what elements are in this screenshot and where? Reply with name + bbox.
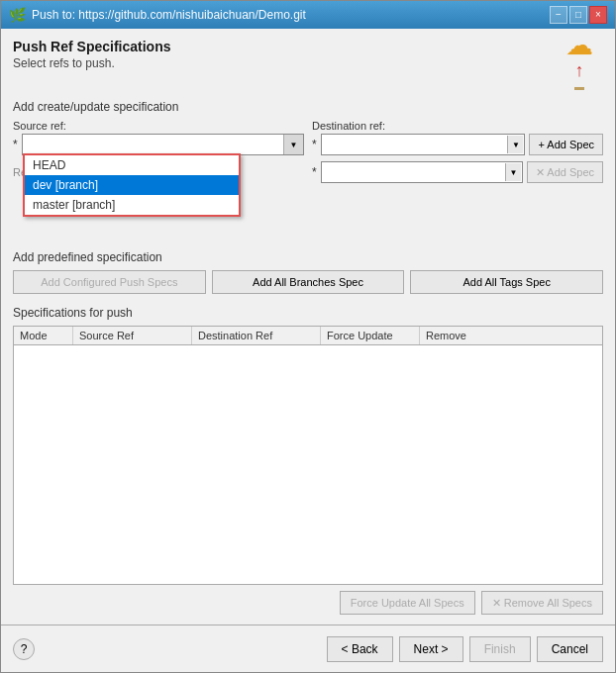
arrow-up-icon: ↑ (575, 61, 584, 79)
specs-footer: Force Update All Specs ✕ Remove All Spec… (13, 591, 603, 615)
close-button[interactable]: × (589, 6, 607, 24)
app-icon: 🌿 (9, 7, 26, 23)
remove-field-row: * ▼ ✕ Add Spec (312, 161, 603, 183)
next-button[interactable]: Next > (399, 636, 463, 662)
ref-row: Source ref: * ▼ Destination ref: * (13, 120, 603, 155)
source-input-box[interactable]: ▼ (22, 134, 304, 155)
cloud-icon: ☁ (565, 32, 593, 59)
col-source-ref: Source Ref (73, 327, 192, 344)
page-header: Push Ref Specifications Select refs to p… (13, 39, 603, 92)
title-bar-controls: − □ × (550, 6, 607, 24)
add-spec2-button[interactable]: ✕ Add Spec (527, 161, 603, 183)
main-window: 🌿 Push to: https://github.com/nishuibaic… (0, 0, 616, 673)
window-body: Push Ref Specifications Select refs to p… (1, 29, 615, 625)
bottom-left: ? (13, 638, 35, 660)
predefined-buttons: Add Configured Push Specs Add All Branch… (13, 270, 603, 294)
source-ref-label: Source ref: (13, 120, 304, 132)
window-title: Push to: https://github.com/nishuibaichu… (32, 8, 306, 22)
dest-field-row: * ▼ + Add Spec (312, 134, 603, 155)
dest-select-wrapper: ▼ (321, 134, 526, 155)
source-ref-group: Source ref: * ▼ (13, 120, 304, 155)
dropdown-item-head[interactable]: HEAD (25, 155, 239, 175)
add-spec-button[interactable]: + Add Spec (529, 134, 603, 155)
bottom-right: < Back Next > Finish Cancel (327, 636, 603, 662)
col-mode: Mode (14, 327, 73, 344)
add-all-tags-spec-button[interactable]: Add All Tags Spec (410, 270, 603, 294)
minimize-button[interactable]: − (550, 6, 567, 24)
remove-ref-select[interactable] (321, 161, 523, 183)
source-asterisk: * (13, 138, 18, 151)
dropdown-item-dev[interactable]: dev [branch] (25, 175, 239, 195)
remove-all-specs-button[interactable]: ✕ Remove All Specs (481, 591, 603, 615)
page-title: Push Ref Specifications (13, 39, 170, 54)
specs-table: Mode Source Ref Destination Ref Force Up… (13, 326, 603, 585)
page-header-text: Push Ref Specifications Select refs to p… (13, 39, 170, 70)
bottom-bar: ? < Back Next > Finish Cancel (1, 625, 615, 672)
source-ref-input[interactable] (27, 138, 279, 151)
specs-section-label: Specifications for push (13, 306, 603, 320)
add-configured-push-specs-button[interactable]: Add Configured Push Specs (13, 270, 206, 294)
source-dropdown-arrow[interactable]: ▼ (283, 135, 303, 154)
col-remove: Remove (420, 327, 489, 344)
page-subtitle: Select refs to push. (13, 56, 170, 70)
title-bar: 🌿 Push to: https://github.com/nishuibaic… (1, 1, 615, 29)
add-all-branches-spec-button[interactable]: Add All Branches Spec (212, 270, 405, 294)
create-update-label: Add create/update specification (13, 100, 603, 114)
dest-ref-label: Destination ref: (312, 120, 603, 132)
col-force-update: Force Update (321, 327, 420, 344)
table-header: Mode Source Ref Destination Ref Force Up… (14, 327, 602, 345)
restore-button[interactable]: □ (569, 6, 587, 24)
back-button[interactable]: < Back (327, 636, 393, 662)
dropdown-item-master[interactable]: master [branch] (25, 195, 239, 215)
push-icon-container: ☁ ↑ ▬ (556, 39, 603, 92)
remove-asterisk: * (312, 165, 317, 179)
cancel-button[interactable]: Cancel (537, 636, 603, 662)
specs-section: Specifications for push Mode Source Ref … (13, 306, 603, 615)
help-button[interactable]: ? (13, 638, 35, 660)
table-body (14, 345, 602, 484)
col-dest-ref: Destination Ref (192, 327, 321, 344)
finish-button[interactable]: Finish (469, 636, 531, 662)
arrow-base-icon: ▬ (574, 81, 584, 92)
remove-select-wrapper: ▼ (321, 161, 523, 183)
predefined-label: Add predefined specification (13, 250, 603, 264)
title-bar-left: 🌿 Push to: https://github.com/nishuibaic… (9, 7, 306, 23)
predefined-section: Add predefined specification Add Configu… (13, 250, 603, 294)
source-field-row: * ▼ (13, 134, 304, 155)
force-update-all-specs-button[interactable]: Force Update All Specs (340, 591, 475, 615)
dest-asterisk: * (312, 138, 317, 151)
dest-ref-select[interactable] (321, 134, 526, 155)
source-dropdown-overlay: HEAD dev [branch] master [branch] (23, 153, 241, 217)
dest-ref-group: Destination ref: * ▼ + Add Spec (312, 120, 603, 155)
